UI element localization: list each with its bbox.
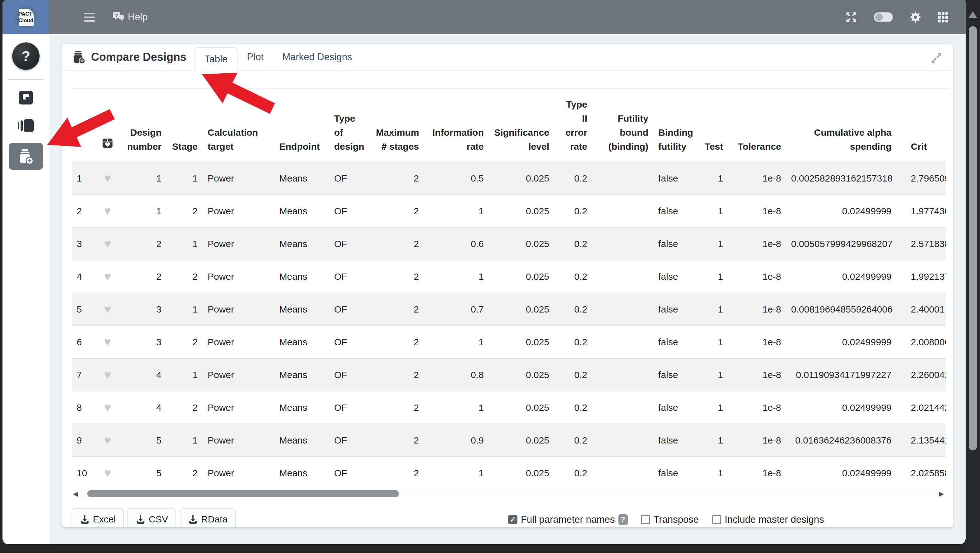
cell-significance-level: 0.025 <box>489 162 554 194</box>
card-expand-icon[interactable] <box>930 52 943 65</box>
cell-cumulative-alpha-spending: 0.02499999 <box>786 194 896 227</box>
cell-significance-level: 0.025 <box>489 359 554 391</box>
compare-designs-title-icon <box>72 50 86 64</box>
mark-heart-icon[interactable]: ♥ <box>104 401 111 414</box>
option-label: Transpose <box>654 514 699 525</box>
horizontal-scrollbar[interactable]: ◀ ▶ <box>72 490 946 498</box>
sidebar-item-compare-designs[interactable] <box>9 143 43 170</box>
tab-plot[interactable]: Plot <box>237 44 273 70</box>
mark-heart-icon[interactable]: ♥ <box>104 466 111 480</box>
fullscreen-icon[interactable] <box>845 11 858 23</box>
mark-heart-icon[interactable]: ♥ <box>104 303 111 316</box>
export-rdata-button[interactable]: RData <box>180 508 235 527</box>
designs-table-viewport: Design numberStageCalculation targetEndp… <box>72 94 946 489</box>
cell-information-rate: 1 <box>424 194 489 227</box>
cell-futility-bound <box>592 359 653 391</box>
checkbox-checked-icon[interactable]: ✓ <box>508 515 517 524</box>
cell-stage: 1 <box>167 227 203 260</box>
hamburger-menu-icon[interactable] <box>84 13 95 22</box>
cell-calculation-target: Power <box>203 391 274 424</box>
cell-endpoint: Means <box>274 359 329 391</box>
vertical-scrollbar-thumb[interactable] <box>969 26 977 450</box>
cell-futility-bound <box>592 227 653 260</box>
table-row[interactable]: 6♥32PowerMeansOF210.0250.2false11e-80.02… <box>72 326 946 359</box>
cell-significance-level: 0.025 <box>489 293 554 326</box>
settings-sun-icon[interactable] <box>909 11 922 23</box>
option-transpose[interactable]: Transpose <box>641 514 699 525</box>
help-menu[interactable]: ? Help <box>112 11 148 23</box>
table-row[interactable]: 7♥41PowerMeansOF20.80.0250.2false11e-80.… <box>72 359 946 391</box>
logo-line-2: Cloud <box>18 17 33 24</box>
cell-information-rate: 1 <box>424 391 489 424</box>
mark-heart-icon[interactable]: ♥ <box>104 433 111 447</box>
theme-toggle[interactable] <box>874 12 893 22</box>
option-help-icon[interactable]: ? <box>619 514 628 525</box>
table-row[interactable]: 5♥31PowerMeansOF20.70.0250.2false11e-80.… <box>72 293 946 326</box>
cell-binding-futility: false <box>653 391 697 424</box>
table-row[interactable]: 3♥21PowerMeansOF20.60.0250.2false11e-80.… <box>72 227 946 260</box>
column-header-design-number: Design number <box>122 94 167 162</box>
apps-grid-icon[interactable] <box>938 12 948 22</box>
tab-marked-designs[interactable]: Marked Designs <box>273 44 361 70</box>
cell-maximum-stages: 2 <box>371 227 424 260</box>
cell-critical-value: 2.0214424 <box>896 391 946 424</box>
cell-type-ii-error-rate: 0.2 <box>554 194 592 227</box>
cell-type-of-design: OF <box>329 326 371 359</box>
mark-heart-icon[interactable]: ♥ <box>104 237 111 250</box>
table-row[interactable]: 10♥52PowerMeansOF210.0250.2false11e-80.0… <box>72 457 946 489</box>
cell-test: 1 <box>697 260 728 293</box>
user-avatar[interactable]: ? <box>12 42 40 70</box>
toolbar-divider <box>72 88 950 89</box>
cell-critical-value: 2.1354419 <box>896 424 946 457</box>
table-row[interactable]: 9♥51PowerMeansOF20.90.0250.2false11e-80.… <box>72 424 946 457</box>
cell-row-index: 6 <box>72 326 94 359</box>
option-full-parameter-names[interactable]: ✓Full parameter names? <box>508 514 628 525</box>
page-vertical-scrollbar[interactable] <box>966 0 980 553</box>
table-row[interactable]: 1♥11PowerMeansOF20.50.0250.2false11e-80.… <box>72 162 946 194</box>
mark-heart-icon[interactable]: ♥ <box>104 335 111 348</box>
table-row[interactable]: 8♥42PowerMeansOF210.0250.2false11e-80.02… <box>72 391 946 424</box>
checkbox-unchecked-icon[interactable] <box>712 515 721 524</box>
cell-design-number: 1 <box>122 194 167 227</box>
card-title: Compare Designs <box>72 44 194 70</box>
cell-cumulative-alpha-spending: 0.01636246236008376 <box>786 424 896 457</box>
window-frame: PACT Cloud ? Help <box>0 0 980 553</box>
cell-test: 1 <box>697 359 728 391</box>
table-row[interactable]: 4♥22PowerMeansOF210.0250.2false11e-80.02… <box>72 260 946 293</box>
scroll-up-icon[interactable] <box>969 11 977 18</box>
column-header-information-rate: Information rate <box>424 94 489 162</box>
export-excel-button[interactable]: Excel <box>72 508 124 527</box>
mark-heart-icon[interactable]: ♥ <box>104 270 111 283</box>
cell-type-ii-error-rate: 0.2 <box>554 359 592 391</box>
option-include-master-designs[interactable]: Include master designs <box>712 514 824 525</box>
mark-heart-icon[interactable]: ♥ <box>104 172 111 185</box>
cell-stage: 1 <box>167 359 203 391</box>
checkbox-unchecked-icon[interactable] <box>641 515 650 524</box>
sidebar-item-collections[interactable] <box>18 118 34 134</box>
cell-row-index: 1 <box>72 162 94 194</box>
tab-table[interactable]: Table <box>194 48 237 71</box>
cell-design-number: 4 <box>122 359 167 391</box>
cell-futility-bound <box>592 194 653 227</box>
column-header-futility-bound: Futility bound (binding) <box>592 94 653 162</box>
cell-type-of-design: OF <box>329 293 371 326</box>
mark-heart-icon[interactable]: ♥ <box>104 368 111 381</box>
mark-heart-icon[interactable]: ♥ <box>104 204 111 217</box>
column-header-stage: Stage <box>167 94 203 162</box>
cell-tolerance: 1e-8 <box>728 359 786 391</box>
cell-maximum-stages: 2 <box>371 326 424 359</box>
cell-tolerance: 1e-8 <box>728 260 786 293</box>
cell-design-number: 1 <box>122 162 167 194</box>
app-logo[interactable]: PACT Cloud <box>3 0 49 34</box>
cell-calculation-target: Power <box>203 194 274 227</box>
cell-stage: 1 <box>167 162 203 194</box>
table-row[interactable]: 2♥12PowerMeansOF210.0250.2false11e-80.02… <box>72 194 946 227</box>
sidebar-item-designs[interactable] <box>19 91 33 106</box>
scroll-left-icon[interactable]: ◀ <box>73 490 78 498</box>
compare-designs-icon <box>18 148 34 165</box>
export-csv-button[interactable]: CSV <box>127 508 176 527</box>
scroll-right-icon[interactable]: ▶ <box>939 490 944 498</box>
horizontal-scrollbar-thumb[interactable] <box>87 490 399 497</box>
cell-cumulative-alpha-spending: 0.02499999 <box>786 260 896 293</box>
cell-marked: ♥ <box>94 227 122 260</box>
